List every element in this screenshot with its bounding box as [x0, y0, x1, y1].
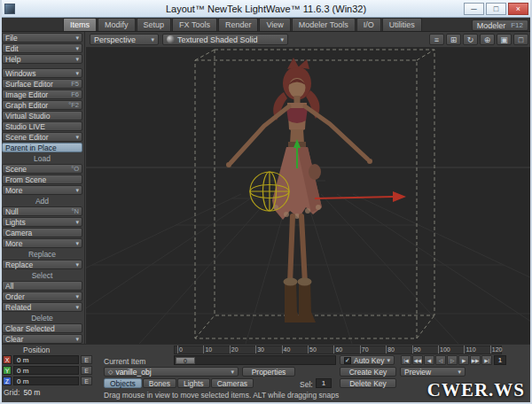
axis-row-z: Z0 mE: [3, 377, 100, 385]
sidebar-item-virtual-studio[interactable]: Virtual Studio: [2, 111, 82, 120]
axis-y-envelope-button[interactable]: E: [81, 366, 92, 375]
prev-frame-button[interactable]: ◀: [424, 355, 434, 365]
axis-x-chip[interactable]: X: [3, 355, 12, 364]
tab-i-o[interactable]: I/O: [356, 18, 381, 31]
sidebar-item-windows[interactable]: Windows▾: [2, 68, 82, 78]
status-message: Drag mouse in view to move selected item…: [104, 391, 339, 400]
minimize-button[interactable]: ─: [464, 3, 484, 15]
modeler-button[interactable]: Modeler F12: [472, 19, 528, 31]
next-key-button[interactable]: ▶▶: [470, 355, 481, 365]
sidebar-item-clear[interactable]: Clear▾: [2, 334, 82, 344]
prev-key-button[interactable]: ◀◀: [412, 355, 423, 365]
shading-mode-dropdown[interactable]: Textured Shaded Solid ▾: [162, 34, 288, 45]
chevron-down-icon: ▾: [75, 293, 79, 300]
delete-key-button[interactable]: Delete Key: [340, 378, 396, 388]
item-type-lights[interactable]: Lights: [177, 378, 210, 388]
current-item-label: Current Item: [104, 357, 145, 366]
tab-view[interactable]: View: [259, 18, 290, 31]
axis-y-chip[interactable]: Y: [3, 366, 12, 375]
viewport-canvas[interactable]: [86, 48, 532, 344]
play-reverse-button[interactable]: ◁: [435, 355, 446, 365]
chevron-down-icon: ▾: [75, 240, 79, 247]
pan-icon[interactable]: ⊞: [446, 34, 461, 45]
sidebar-item-scene[interactable]: Scene°O: [2, 164, 82, 174]
item-type-objects[interactable]: Objects: [104, 378, 142, 388]
sidebar-item-more[interactable]: More▾: [2, 185, 82, 195]
zoom-icon[interactable]: ⊕: [480, 34, 495, 45]
viewport-nav-icons: ≡⊞↻⊕▣□: [429, 34, 528, 45]
properties-button[interactable]: Properties: [242, 367, 295, 377]
grid-value: 50 m: [23, 388, 40, 397]
play-forward-button[interactable]: ▷: [447, 355, 458, 365]
sidebar-item-file[interactable]: File▾: [2, 33, 82, 43]
axis-y-value[interactable]: 0 m: [13, 366, 79, 375]
axis-z-envelope-button[interactable]: E: [81, 377, 92, 385]
sidebar-item-surface-editor[interactable]: Surface EditorF5: [2, 79, 82, 89]
auto-key-toggle[interactable]: ✓ Auto Key ▾: [340, 355, 395, 365]
create-key-button[interactable]: Create Key: [340, 367, 396, 377]
timeline-tick: 110: [464, 346, 475, 354]
sidebar-item-related[interactable]: Related▾: [2, 302, 82, 312]
tab-setup[interactable]: Setup: [137, 18, 172, 31]
watermark: CWER.WS: [427, 379, 525, 401]
maximize-icon[interactable]: □: [513, 34, 528, 45]
chevron-down-icon: ▾: [151, 36, 154, 43]
item-type-bones[interactable]: Bones: [143, 378, 176, 388]
chevron-down-icon: ▾: [75, 56, 79, 63]
timeline-groove[interactable]: 0: [174, 355, 336, 365]
sidebar-item-edit[interactable]: Edit▾: [2, 43, 82, 53]
next-frame-button[interactable]: ▶: [458, 355, 469, 365]
sidebar-item-clear-selected[interactable]: Clear Selected: [2, 323, 82, 333]
timeline-tick: 90: [412, 346, 421, 354]
axis-row-x: X0 mE: [3, 355, 100, 364]
sidebar-item-lights[interactable]: Lights▾: [2, 217, 82, 227]
sidebar-item-all[interactable]: All: [2, 281, 82, 291]
maximize-button[interactable]: □: [486, 3, 506, 15]
sidebar-item-camera[interactable]: Camera: [2, 228, 82, 237]
menu-icon[interactable]: ≡: [429, 34, 444, 45]
title-bar[interactable]: Layout™ NewTek LightWave™ 11.6.3 (Win32)…: [0, 0, 532, 18]
axis-x-value[interactable]: 0 m: [13, 355, 79, 364]
tab-items[interactable]: Items: [63, 18, 97, 31]
sidebar-item-image-editor[interactable]: Image EditorF6: [2, 89, 82, 99]
tab-fx-tools[interactable]: FX Tools: [172, 18, 217, 31]
sidebar-item-scene-editor[interactable]: Scene Editor▾: [2, 132, 82, 142]
tab-modify[interactable]: Modify: [98, 18, 136, 31]
sidebar-item-from-scene[interactable]: From Scene: [2, 175, 82, 184]
axis-x-envelope-button[interactable]: E: [81, 355, 92, 364]
rotate-icon[interactable]: ↻: [463, 34, 478, 45]
sidebar-group-select: Select: [2, 270, 82, 280]
tab-modeler-tools[interactable]: Modeler Tools: [292, 18, 356, 31]
sidebar-item-studio-live[interactable]: Studio LIVE: [2, 121, 82, 131]
sidebar-item-parent-in-place[interactable]: Parent in Place: [2, 143, 82, 152]
current-item-dropdown[interactable]: ◇ vanille_obj ▾: [104, 367, 239, 377]
go-start-button[interactable]: |◀: [401, 355, 411, 365]
go-end-button[interactable]: ▶|: [481, 355, 492, 365]
sidebar-item-replace[interactable]: Replace▾: [2, 260, 82, 269]
close-button[interactable]: ×: [508, 3, 528, 15]
timeline-ruler[interactable]: 0102030405060708090100110120: [174, 346, 502, 354]
viewport-toolbar: Perspective ▾ Textured Shaded Solid ▾ ≡⊞…: [86, 32, 532, 48]
sidebar-item-order[interactable]: Order▾: [2, 291, 82, 301]
axis-z-value[interactable]: 0 m: [13, 377, 79, 385]
viewport[interactable]: [86, 48, 532, 344]
axis-z-chip[interactable]: Z: [3, 377, 12, 385]
frame-step-field[interactable]: 1: [494, 355, 506, 365]
sidebar-item-graph-editor[interactable]: Graph Editor°F2: [2, 100, 82, 110]
tab-utilities[interactable]: Utilities: [382, 18, 422, 31]
preview-button[interactable]: Preview ▾: [400, 367, 466, 377]
chevron-down-icon: ▾: [75, 35, 79, 42]
auto-key-checkbox[interactable]: ✓: [344, 357, 351, 364]
character-model[interactable]: [226, 58, 372, 322]
sidebar-item-more[interactable]: More▾: [2, 238, 82, 248]
sidebar-item-null[interactable]: Null°N: [2, 206, 82, 216]
sidebar-group-add: Add: [2, 196, 82, 206]
item-type-cameras[interactable]: Cameras: [211, 378, 254, 388]
timeline-slider-handle[interactable]: 0: [176, 357, 195, 364]
tab-render[interactable]: Render: [218, 18, 259, 31]
fit-icon[interactable]: ▣: [497, 34, 512, 45]
timeline-tick: 10: [203, 346, 212, 354]
view-mode-dropdown[interactable]: Perspective ▾: [90, 34, 159, 45]
selection-count-value: 1: [316, 378, 332, 388]
sidebar-item-help[interactable]: Help▾: [2, 54, 82, 64]
